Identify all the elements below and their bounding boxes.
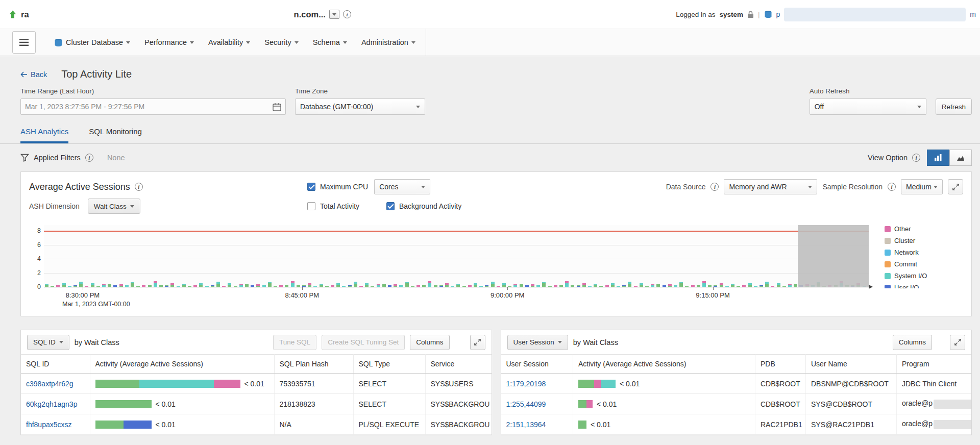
activity-bar [148, 285, 152, 287]
expand-session-panel-button[interactable] [950, 335, 965, 350]
menu-administration[interactable]: Administration [354, 29, 423, 56]
activity-bar [651, 284, 654, 287]
activity-bar [599, 286, 603, 287]
divider: | [758, 11, 760, 18]
time-selection[interactable] [798, 225, 869, 287]
sample-resolution-select[interactable]: Medium [901, 179, 943, 194]
help-link[interactable]: m [970, 10, 976, 18]
background-activity-checkbox[interactable] [386, 202, 395, 210]
time-zone-select[interactable]: Database (GMT-00:00) [295, 98, 425, 115]
column-header[interactable]: SQL ID [21, 355, 90, 374]
sql-plan-hash-cell: N/A [274, 414, 353, 435]
column-header[interactable]: User Session [501, 355, 573, 374]
bar-chart-view-button[interactable] [927, 150, 949, 166]
activity-bar [691, 285, 695, 287]
axis-arrow-icon [869, 285, 873, 289]
legend-item: User I/O [885, 284, 965, 288]
sql-id-link[interactable]: fhf8upax5cxsz [26, 421, 72, 429]
sql-id-link[interactable]: 60kg2qh1agn3p [26, 400, 77, 408]
expand-sql-panel-button[interactable] [470, 335, 485, 350]
menu-availability[interactable]: Availability [201, 29, 257, 56]
auto-refresh-select[interactable]: Off [810, 98, 926, 115]
menu-security[interactable]: Security [257, 29, 305, 56]
activity-bar [68, 286, 71, 287]
legend-item: Cluster [885, 237, 965, 244]
column-header[interactable]: User Name [806, 355, 897, 374]
sql-id-link[interactable]: c398axtp4r62g [26, 380, 74, 388]
user-session-link[interactable]: 2:151,13964 [506, 421, 546, 429]
chart-plot[interactable] [44, 225, 869, 287]
column-header[interactable]: Program [897, 355, 972, 374]
y-tick-label: 4 [30, 255, 41, 262]
activity-bar [497, 286, 500, 287]
menu-cluster-database[interactable]: Cluster Database [47, 29, 137, 56]
column-header[interactable]: Activity (Average Active Sessions) [90, 355, 274, 374]
activity-cell: < 0.01 [90, 414, 274, 435]
info-icon[interactable] [343, 10, 351, 18]
activity-bar [634, 286, 638, 287]
activity-bar [188, 286, 191, 287]
create-sql-tuning-set-button[interactable]: Create SQL Tuning Set [322, 335, 405, 350]
filter-funnel-icon [20, 154, 29, 162]
session-columns-button[interactable]: Columns [893, 335, 932, 350]
title-dropdown-icon[interactable] [329, 10, 339, 19]
activity-bar [165, 285, 168, 287]
info-icon[interactable] [888, 183, 896, 191]
session-by-label: by Wait Class [573, 338, 618, 347]
info-icon[interactable] [710, 183, 719, 191]
calendar-icon[interactable] [273, 103, 281, 111]
column-header[interactable]: PDB [755, 355, 806, 374]
tune-sql-button[interactable]: Tune SQL [273, 335, 316, 350]
ash-dimension-select[interactable]: Wait Class [88, 199, 140, 214]
column-header[interactable]: SQL Plan Hash [274, 355, 353, 374]
activity-bar [748, 283, 752, 287]
activity-bar [754, 286, 757, 287]
redaction-box [934, 400, 971, 409]
max-cpu-checkbox[interactable] [307, 183, 315, 191]
user-session-link[interactable]: 1:179,20198 [506, 380, 546, 388]
chevron-down-icon [246, 41, 250, 44]
activity-bar [291, 281, 295, 287]
user-session-link-cell: 2:151,13964 [501, 414, 573, 435]
time-range-input[interactable]: Mar 1, 2023 8:27:56 PM - 9:27:56 PM [20, 98, 286, 115]
activity-bar [663, 285, 666, 287]
info-icon[interactable] [912, 154, 920, 162]
menu-performance[interactable]: Performance [137, 29, 201, 56]
menu-label: Cluster Database [66, 38, 123, 46]
activity-bar [85, 286, 88, 287]
bar-chart-icon [934, 154, 942, 162]
refresh-button[interactable]: Refresh [936, 98, 972, 115]
activity-bar [508, 286, 511, 287]
activity-bar [565, 281, 569, 287]
info-icon[interactable] [85, 154, 93, 162]
hamburger-menu-button[interactable] [12, 31, 36, 54]
column-header[interactable]: Activity (Average Active Sessions) [573, 355, 755, 374]
sql-columns-button[interactable]: Columns [410, 335, 449, 350]
redaction-box [784, 8, 966, 21]
tab-ash-analytics[interactable]: ASH Analytics [20, 127, 68, 143]
activity-bar [485, 285, 488, 287]
back-link[interactable]: Back [20, 70, 47, 79]
total-activity-checkbox[interactable] [307, 202, 315, 210]
column-header[interactable]: Service [425, 355, 492, 374]
time-zone-value: Database (GMT-00:00) [300, 103, 373, 111]
activity-bar [588, 286, 592, 287]
user-session-link[interactable]: 1:255,44099 [506, 400, 546, 408]
session-dimension-select[interactable]: User Session [507, 335, 568, 350]
area-chart-view-button[interactable] [949, 150, 972, 166]
menu-schema[interactable]: Schema [306, 29, 354, 56]
column-header[interactable]: SQL Type [353, 355, 425, 374]
data-source-select[interactable]: Memory and AWR [724, 179, 817, 194]
info-icon[interactable] [135, 183, 143, 191]
activity-bar [119, 284, 123, 287]
expand-chart-button[interactable] [948, 179, 963, 194]
tab-sql-monitoring[interactable]: SQL Monitoring [89, 127, 142, 143]
sql-dimension-select[interactable]: SQL ID [27, 335, 69, 350]
max-cpu-unit-select[interactable]: Cores [374, 179, 430, 194]
activity-segment [594, 380, 601, 388]
activity-bar [216, 282, 220, 287]
database-icon [764, 10, 772, 18]
activity-bar [622, 285, 626, 287]
program-cell: oracle@p [897, 394, 972, 414]
preferences-link[interactable]: p [776, 10, 780, 18]
